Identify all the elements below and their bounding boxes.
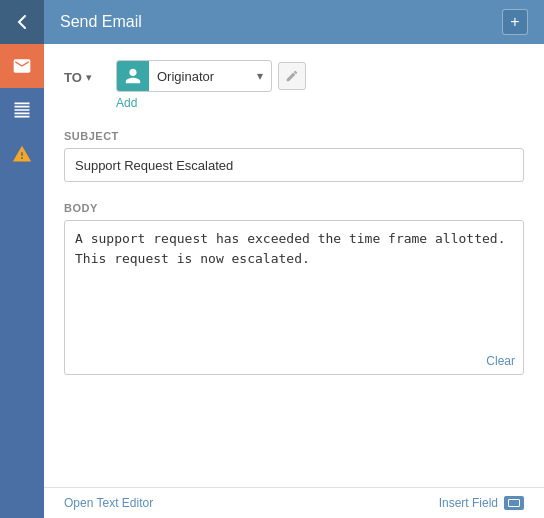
originator-dropdown-icon: ▾ bbox=[249, 69, 271, 83]
body-section: BODY A support request has exceeded the … bbox=[64, 202, 524, 375]
form-footer: Open Text Editor Insert Field bbox=[44, 487, 544, 518]
originator-icon-bg bbox=[117, 60, 149, 92]
subject-label: SUBJECT bbox=[64, 130, 524, 142]
sidebar-collapse-button[interactable] bbox=[0, 0, 44, 44]
to-field-container: Originator ▾ Add bbox=[116, 60, 306, 110]
to-row: TO ▾ Originator ▾ bbox=[64, 60, 524, 110]
main-panel: Send Email + TO ▾ Originator bbox=[44, 0, 544, 518]
add-button[interactable]: + bbox=[502, 9, 528, 35]
subject-section: SUBJECT bbox=[64, 130, 524, 182]
insert-field-row[interactable]: Insert Field bbox=[439, 496, 524, 510]
to-label: TO bbox=[64, 70, 82, 85]
clear-button[interactable]: Clear bbox=[486, 354, 515, 368]
originator-selector[interactable]: Originator ▾ bbox=[116, 60, 272, 92]
body-textarea[interactable]: A support request has exceeded the time … bbox=[65, 221, 523, 371]
insert-field-icon bbox=[504, 496, 524, 510]
open-text-editor-link[interactable]: Open Text Editor bbox=[64, 496, 153, 510]
body-label: BODY bbox=[64, 202, 524, 214]
panel-header: Send Email + bbox=[44, 0, 544, 44]
edit-recipient-button[interactable] bbox=[278, 62, 306, 90]
to-label-container: TO ▾ bbox=[64, 70, 104, 85]
add-recipient-link[interactable]: Add bbox=[116, 96, 137, 110]
sidebar-item-email[interactable] bbox=[0, 44, 44, 88]
body-textarea-container: A support request has exceeded the time … bbox=[64, 220, 524, 375]
to-chevron-icon[interactable]: ▾ bbox=[86, 71, 92, 84]
sidebar bbox=[0, 0, 44, 518]
originator-text: Originator bbox=[149, 69, 249, 84]
panel-title: Send Email bbox=[60, 13, 142, 31]
sidebar-item-table[interactable] bbox=[0, 88, 44, 132]
to-select-row: Originator ▾ bbox=[116, 60, 306, 92]
subject-input[interactable] bbox=[64, 148, 524, 182]
form-content: TO ▾ Originator ▾ bbox=[44, 44, 544, 487]
insert-field-label: Insert Field bbox=[439, 496, 498, 510]
sidebar-item-warning[interactable] bbox=[0, 132, 44, 176]
